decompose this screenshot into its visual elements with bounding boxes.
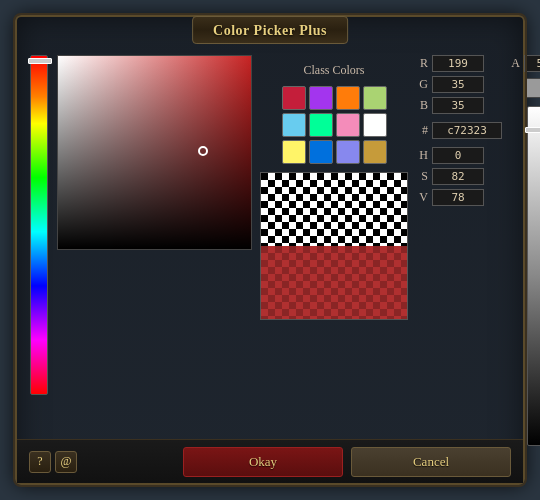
color-swatch[interactable]: [363, 140, 387, 164]
g-input[interactable]: [432, 76, 484, 93]
at-button[interactable]: @: [55, 451, 77, 473]
s-label: S: [416, 169, 428, 184]
title-bar: Color Picker Plus: [192, 16, 348, 44]
sv-gradient: [58, 56, 251, 249]
color-swatch[interactable]: [309, 140, 333, 164]
b-input[interactable]: [432, 97, 484, 114]
alpha-thumb[interactable]: [525, 127, 540, 133]
main-area: Class Colors R: [17, 17, 523, 483]
g-row: G: [416, 76, 502, 93]
hue-thumb[interactable]: [28, 58, 52, 64]
color-square-preview: [525, 78, 540, 98]
g-label: G: [416, 77, 428, 92]
s-row: S: [416, 168, 502, 185]
color-swatch[interactable]: [282, 113, 306, 137]
preview-top: [261, 173, 407, 246]
bottom-bar: ? @ Okay Cancel: [17, 439, 523, 483]
b-label: B: [416, 98, 428, 113]
s-input[interactable]: [432, 168, 484, 185]
v-input[interactable]: [432, 189, 484, 206]
color-swatch[interactable]: [309, 113, 333, 137]
dialog-title: Color Picker Plus: [213, 23, 327, 38]
color-swatch[interactable]: [282, 86, 306, 110]
a-input[interactable]: [524, 55, 540, 72]
inputs-block: R G B #: [416, 55, 502, 206]
color-swatch[interactable]: [336, 140, 360, 164]
class-colors-grid: [282, 86, 387, 164]
color-swatch[interactable]: [336, 113, 360, 137]
hex-row: #: [416, 122, 502, 139]
cancel-button[interactable]: Cancel: [351, 447, 511, 477]
color-swatch[interactable]: [282, 140, 306, 164]
r-input[interactable]: [432, 55, 484, 72]
left-column: [27, 55, 252, 431]
sv-picker[interactable]: [57, 55, 252, 250]
color-swatch[interactable]: [363, 86, 387, 110]
b-row: B: [416, 97, 502, 114]
h-label: H: [416, 148, 428, 163]
color-picker-dialog: Color Picker Plus Class Colors: [15, 15, 525, 485]
class-colors-label: Class Colors: [303, 63, 364, 78]
a-row: A: [508, 55, 540, 72]
color-swatch[interactable]: [363, 113, 387, 137]
h-row: H: [416, 147, 502, 164]
hue-track[interactable]: [30, 55, 48, 395]
hash-label: #: [416, 123, 428, 138]
center-column: Class Colors: [260, 55, 408, 431]
preview-bottom: [261, 246, 407, 319]
preview-area: [260, 172, 408, 320]
right-column: R G B #: [416, 55, 540, 431]
color-swatch[interactable]: [336, 86, 360, 110]
class-colors-section: Class Colors: [260, 63, 408, 164]
h-input[interactable]: [432, 147, 484, 164]
hex-input[interactable]: [432, 122, 502, 139]
r-label: R: [416, 56, 428, 71]
okay-button[interactable]: Okay: [183, 447, 343, 477]
alpha-track[interactable]: [527, 106, 540, 446]
v-row: V: [416, 189, 502, 206]
color-swatch[interactable]: [309, 86, 333, 110]
a-label: A: [508, 56, 520, 71]
hue-slider-container[interactable]: [27, 55, 51, 395]
question-button[interactable]: ?: [29, 451, 51, 473]
v-label: V: [416, 190, 428, 205]
r-row: R: [416, 55, 502, 72]
bottom-icons: ? @: [29, 451, 77, 473]
